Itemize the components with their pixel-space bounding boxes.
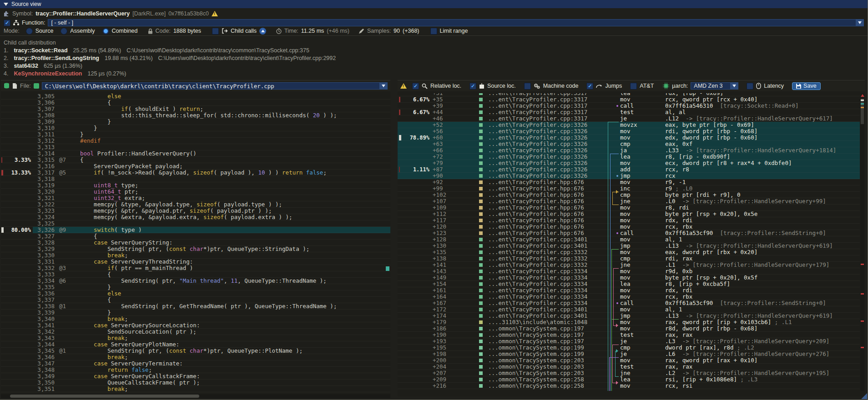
- assembly-row[interactable]: +143 ...ent\TracyProfiler.cpp:3334 mov r…: [398, 268, 860, 275]
- assembly-row[interactable]: +120 ...ent\TracyProfiler.hpp:676 mov rc…: [398, 224, 860, 230]
- source-line[interactable]: 3,321 uint32_t extra;: [1, 195, 390, 201]
- radio-assembly[interactable]: [61, 28, 67, 35]
- march-select[interactable]: AMD Zen 3: [691, 82, 738, 90]
- source-line[interactable]: 3,320 uint64_t ptr;: [1, 189, 390, 195]
- source-line[interactable]: 3,329 SendString( ptr, (const char*)ptr,…: [1, 246, 390, 252]
- source-line[interactable]: 3,306 {: [1, 100, 390, 106]
- assembly-code-view[interactable]: +31 ...ent\TracyProfiler.cpp:3317 lea rd…: [398, 93, 860, 391]
- relative-loc-label[interactable]: Relative loc.: [430, 83, 461, 89]
- source-location[interactable]: ...ent\TracyProfiler.hpp:676: [488, 217, 584, 224]
- source-line[interactable]: 3,334 @6 SendString( ptr, "Main thread",…: [1, 278, 390, 284]
- assembly-row[interactable]: +117 ...ent\TracyProfiler.hpp:676 mov rd…: [398, 217, 860, 224]
- source-location[interactable]: ...ent\TracyProfiler.cpp:3326: [488, 122, 587, 128]
- assembly-row[interactable]: +79 ...ent\TracyProfiler.cpp:3326 mov ec…: [398, 160, 860, 166]
- source-line[interactable]: 3,341 case ServerQuerySourceLocation:: [1, 322, 390, 329]
- att-label[interactable]: AT&T: [640, 83, 654, 89]
- source-line[interactable]: 3,349 case ServerQueryCallstackFrame:: [1, 373, 390, 380]
- assembly-row[interactable]: +186 ...ommon\TracySystem.cpp:197 mov r8…: [398, 325, 860, 332]
- assembly-row[interactable]: 1.11% +87 ...ent\TracyProfiler.cpp:3326 …: [398, 166, 860, 173]
- assembly-row[interactable]: +195 ...ommon\TracySystem.cpp:199 cmp dw…: [398, 345, 860, 351]
- source-line[interactable]: 3,340 break;: [1, 316, 390, 322]
- child-call-name[interactable]: stat64i32: [14, 63, 38, 69]
- scrollbar-thumb[interactable]: [10, 395, 199, 398]
- chevron-down-icon[interactable]: [730, 83, 738, 89]
- source-location[interactable]: ...ommon\TracySystem.cpp:203: [488, 357, 584, 364]
- assembly-row[interactable]: +90 ...ent\TracyProfiler.cpp:3326 jmp rc…: [398, 173, 860, 179]
- machine-code-checkbox[interactable]: [524, 83, 531, 90]
- source-code-view[interactable]: 3,305 else 3,306 { 3,307 if( shouldExit …: [1, 93, 390, 393]
- chevron-down-icon[interactable]: [379, 83, 387, 89]
- source-line[interactable]: 3,310 }: [1, 125, 390, 131]
- source-location[interactable]: ...ent\TracyProfiler.cpp:3326: [488, 147, 587, 154]
- assembly-row[interactable]: +179 ....31103\include\atomic:1048 mov r…: [398, 319, 860, 325]
- source-line[interactable]: 3,312 #endif: [1, 138, 390, 144]
- source-line[interactable]: 3,309 }: [1, 119, 390, 125]
- source-line[interactable]: 3,327 {: [1, 233, 390, 240]
- child-call-item[interactable]: 3. stat64i32 625 µs (1.36%): [4, 62, 868, 70]
- source-location[interactable]: ...ommon\TracySystem.cpp:197: [488, 332, 584, 338]
- assembly-row[interactable]: +128 ...ent\TracyProfiler.cpp:3401 mov a…: [398, 236, 860, 243]
- assembly-row[interactable]: +207 ...ommon\TracySystem.cpp:203 jne .L…: [398, 370, 860, 376]
- source-line[interactable]: 3,345 @1 SendString( ptr, (const char*)p…: [1, 348, 390, 354]
- warning-icon[interactable]: [212, 11, 218, 16]
- source-location[interactable]: ...ent\TracyProfiler.hpp:676: [488, 192, 584, 198]
- source-location[interactable]: ...ommon\TracySystem.cpp:203: [488, 364, 584, 370]
- source-line[interactable]: 3,338 @1 SendString( ptr, GetThreadName(…: [1, 303, 390, 310]
- warning-icon[interactable]: [400, 83, 407, 89]
- assembly-row[interactable]: +172 ...ent\TracyProfiler.cpp:3401 mov a…: [398, 306, 860, 313]
- source-location[interactable]: ...ent\TracyProfiler.cpp:3334: [488, 300, 587, 306]
- window-titlebar[interactable]: Source view: [0, 0, 868, 8]
- scrollbar-thumb[interactable]: [861, 99, 864, 124]
- assembly-row[interactable]: +109 ...ent\TracyProfiler.hpp:676 mov r8…: [398, 205, 860, 211]
- source-line[interactable]: 3,313: [1, 144, 390, 150]
- source-line[interactable]: 3,305 else: [1, 93, 390, 100]
- source-line[interactable]: 3,351 break;: [1, 386, 390, 392]
- assembly-row[interactable]: +167 ...ent\TracyProfiler.cpp:3334 call …: [398, 300, 860, 306]
- source-line[interactable]: 3,344 case ServerQueryPlotName:: [1, 341, 390, 348]
- source-line[interactable]: 3,348 return false;: [1, 367, 390, 373]
- source-location[interactable]: ...ent\TracyProfiler.cpp:3401: [488, 313, 587, 319]
- source-horizontal-scrollbar[interactable]: [1, 394, 390, 398]
- source-location[interactable]: ...ent\TracyProfiler.cpp:3334: [488, 294, 587, 300]
- source-location[interactable]: ...ent\TracyProfiler.cpp:3332: [488, 255, 587, 262]
- limit-range-checkbox[interactable]: [430, 28, 437, 35]
- machine-code-label[interactable]: Machine code: [543, 83, 579, 89]
- child-call-name[interactable]: KeSynchronizeExecution: [14, 70, 82, 77]
- source-location[interactable]: ...ent\TracyProfiler.cpp:3326: [488, 173, 587, 179]
- radio-combined[interactable]: [102, 28, 109, 35]
- source-line[interactable]: 3,319 uint8_t type;: [1, 182, 390, 189]
- source-line[interactable]: 13.33% 3,317 @5 if( !m_sock->Read( &payl…: [1, 170, 390, 176]
- source-line[interactable]: 3,333 {: [1, 271, 390, 278]
- assembly-row[interactable]: +209 ...ommon\TracySystem.cpp:258 lea rs…: [398, 376, 860, 383]
- save-button[interactable]: Save: [792, 82, 821, 90]
- source-location[interactable]: ...ommon\TracySystem.cpp:197: [488, 338, 584, 345]
- assembly-row[interactable]: +190 ...ommon\TracySystem.cpp:197 test r…: [398, 332, 860, 338]
- source-location[interactable]: ...ent\TracyProfiler.hpp:676: [488, 211, 584, 217]
- assembly-row[interactable]: +200 ...ommon\TracySystem.cpp:203 mov ra…: [398, 357, 860, 364]
- source-location[interactable]: ...ent\TracyProfiler.hpp:676: [488, 230, 584, 236]
- jumps-checkbox[interactable]: [586, 83, 593, 90]
- source-scroll-marker[interactable]: [386, 266, 389, 271]
- assembly-row[interactable]: +130 ...ent\TracyProfiler.cpp:3401 jmp .…: [398, 243, 860, 249]
- function-select[interactable]: [ - self - ]: [48, 19, 864, 26]
- source-line[interactable]: 3,322 memcpy( &type, &payload.type, size…: [1, 201, 390, 208]
- source-location[interactable]: ...ent\TracyProfiler.cpp:3326: [488, 154, 587, 160]
- source-line[interactable]: 3,318: [1, 176, 390, 182]
- source-location[interactable]: ...ent\TracyProfiler.cpp:3317: [488, 109, 587, 115]
- assembly-row[interactable]: 78.89% +60 ...ent\TracyProfiler.cpp:3326…: [398, 135, 860, 141]
- source-line[interactable]: 3,346 break;: [1, 354, 390, 360]
- source-location[interactable]: ...ent\TracyProfiler.cpp:3334: [488, 275, 587, 281]
- collapse-icon[interactable]: [4, 3, 8, 6]
- source-location[interactable]: ...ommon\TracySystem.cpp:258: [488, 383, 584, 389]
- assembly-row[interactable]: +63 ...ent\TracyProfiler.cpp:3326 cmp ea…: [398, 141, 860, 147]
- source-location[interactable]: ...ent\TracyProfiler.cpp:3317: [488, 96, 587, 103]
- assembly-row[interactable]: +174 ...ent\TracyProfiler.cpp:3401 jmp .…: [398, 313, 860, 319]
- child-call-item[interactable]: 4. KeSynchronizeExecution 125 µs (0.27%): [4, 70, 868, 77]
- source-location[interactable]: ...ent\TracyProfiler.cpp:3326: [488, 128, 587, 135]
- source-line[interactable]: 3,316 ServerQueryPacket payload;: [1, 163, 390, 170]
- source-location[interactable]: ...ent\TracyProfiler.cpp:3334: [488, 281, 587, 287]
- assembly-row[interactable]: +141 ...ent\TracyProfiler.cpp:3332 jne .…: [398, 262, 860, 268]
- source-location[interactable]: ...ent\TracyProfiler.cpp:3317: [488, 115, 587, 122]
- source-location[interactable]: ....31103\include\atomic:1048: [488, 319, 587, 325]
- source-line[interactable]: 3,328 case ServerQueryString:: [1, 240, 390, 246]
